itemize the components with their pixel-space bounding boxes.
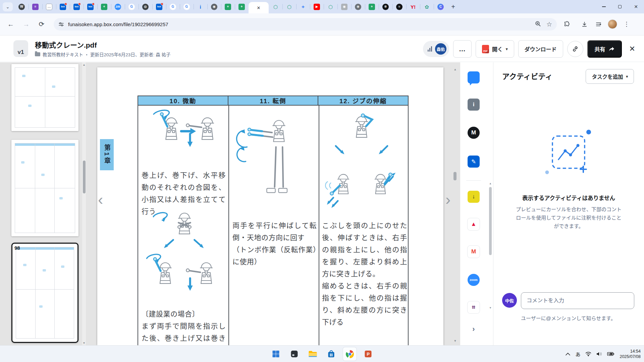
taskbar-powerpoint-icon[interactable]: P [362, 347, 375, 361]
taskbar-clock[interactable]: 14:54 2025/07/08 [620, 349, 641, 359]
pinned-tab[interactable]: ✿ [420, 0, 434, 13]
owner-avatar[interactable]: 森佑 [435, 43, 446, 55]
pinned-tab[interactable]: W [15, 0, 29, 13]
forward-button[interactable]: → [20, 18, 32, 30]
profile-avatar[interactable] [606, 18, 619, 30]
commenter-avatar[interactable]: 中佐 [502, 293, 517, 308]
pinned-tab[interactable]: ≡ [29, 0, 42, 13]
pinned-tab[interactable]: ✻ [379, 0, 392, 13]
previous-page-button[interactable]: ‹ [98, 190, 103, 208]
taskbar-microsoft-store-icon[interactable] [325, 347, 338, 361]
zoom-level-icon[interactable] [535, 21, 541, 28]
share-button[interactable]: 共有 [587, 40, 622, 58]
window-minimize-button[interactable] [596, 0, 612, 13]
pinned-tab[interactable]: i [194, 0, 207, 13]
site-info-icon[interactable] [58, 21, 64, 27]
pinned-tab[interactable]: box [152, 0, 166, 13]
url-text[interactable]: funaisoken.app.box.com/file/190229669925… [68, 21, 168, 27]
pinned-tab[interactable]: G [125, 0, 139, 13]
wifi-icon[interactable] [585, 352, 591, 356]
zoom-app-icon[interactable]: zoom [468, 274, 480, 286]
pinned-tab[interactable]: ✦ [296, 0, 310, 13]
gmail-app-icon[interactable]: M [468, 246, 480, 258]
shared-link-button[interactable] [567, 41, 583, 57]
scroll-up-icon[interactable]: ▲ [453, 67, 458, 72]
pinned-tab[interactable]: ◍ [139, 0, 152, 13]
window-close-button[interactable]: ✕ [628, 0, 644, 13]
back-button[interactable]: ← [5, 18, 17, 30]
info-app-icon[interactable]: i [468, 99, 480, 111]
pinned-tab[interactable]: box [84, 0, 97, 13]
box-sign-app-icon[interactable]: ✎ [468, 156, 480, 168]
new-tab-button[interactable]: + [447, 1, 459, 12]
collapse-rail-icon[interactable]: › [468, 323, 480, 335]
page-thumbnail[interactable] [11, 64, 78, 131]
file-stats-pill[interactable]: 森佑 [423, 41, 449, 57]
add-task-button[interactable]: タスクを追加 ▾ [586, 69, 634, 84]
browser-menu-icon[interactable]: ⋮ [621, 18, 633, 30]
pinned-tab[interactable]: G [166, 0, 180, 13]
scroll-down-icon[interactable]: ▼ [453, 339, 458, 343]
comment-input[interactable] [521, 292, 634, 309]
pinned-tab[interactable]: box [56, 0, 70, 13]
battery-icon[interactable] [607, 352, 614, 356]
ime-indicator[interactable]: あ [575, 351, 580, 358]
downloads-icon[interactable] [578, 18, 590, 30]
open-with-button[interactable]: PDF 開く ▾ [476, 40, 514, 58]
address-bar[interactable]: funaisoken.app.box.com/file/190229669925… [54, 18, 557, 31]
pinned-tab[interactable]: ◉ [207, 0, 221, 13]
scroll-up-icon[interactable]: ▲ [488, 181, 492, 185]
close-preview-button[interactable]: ✕ [629, 45, 635, 53]
tab-search-dropdown[interactable]: ⌄ [3, 2, 13, 11]
media-controls-icon[interactable] [592, 18, 604, 30]
download-button[interactable]: ダウンロード [518, 40, 563, 58]
close-tab-icon[interactable]: ✕ [257, 5, 261, 10]
window-maximize-button[interactable] [612, 0, 628, 13]
m-app-icon[interactable]: M [468, 127, 480, 139]
page-thumbnail[interactable] [11, 140, 78, 236]
pinned-tab[interactable]: zm [111, 0, 125, 13]
bookmark-star-icon[interactable]: ☆ [546, 20, 552, 28]
acrobat-app-icon[interactable]: ▲ [468, 218, 480, 230]
scrollbar-thumb[interactable] [83, 161, 86, 193]
next-page-button[interactable]: › [445, 190, 450, 208]
scroll-down-icon[interactable]: ▼ [488, 306, 492, 310]
pinned-tab[interactable]: Y! [406, 0, 420, 13]
slack-app-icon[interactable]: ⌗ [468, 301, 480, 313]
pinned-tab[interactable]: ≈ [392, 0, 406, 13]
tray-expand-icon[interactable] [566, 353, 570, 356]
pinned-tab[interactable]: + [235, 0, 249, 13]
pinned-tab[interactable]: ⬡ [269, 0, 282, 13]
pinned-tab[interactable]: ▶ [310, 0, 324, 13]
figure-inching-signal-2 [141, 207, 226, 306]
reload-button[interactable]: ⟳ [36, 18, 48, 30]
taskbar-chrome-icon[interactable] [343, 347, 357, 361]
taskbar-dark-app-icon[interactable] [288, 347, 301, 361]
pinned-tab[interactable]: + [365, 0, 379, 13]
page-thumbnail-selected[interactable]: 98 [11, 243, 78, 343]
version-badge[interactable]: v1 [13, 40, 28, 57]
scrollbar-thumb[interactable] [489, 187, 492, 255]
scroll-down-icon[interactable]: ▼ [82, 341, 86, 345]
pinned-tab[interactable]: box [70, 0, 84, 13]
comments-app-icon[interactable] [468, 71, 480, 83]
pinned-tab[interactable]: … [42, 0, 56, 13]
volume-icon[interactable] [596, 352, 602, 356]
active-tab[interactable]: ✕ [249, 2, 269, 13]
pinned-tab[interactable]: + [97, 0, 111, 13]
taskbar-file-explorer-icon[interactable] [306, 347, 320, 361]
scrollbar-thumb[interactable] [453, 172, 457, 180]
pinned-tab[interactable]: ◉ [337, 0, 351, 13]
more-options-button[interactable]: … [453, 40, 472, 58]
pinned-tab[interactable]: ⬡ [324, 0, 337, 13]
pinned-tab[interactable]: + [221, 0, 235, 13]
pinned-tab[interactable]: ⊕ [351, 0, 365, 13]
scroll-up-icon[interactable]: ▲ [82, 62, 86, 67]
thumbnail-scrollbar[interactable]: ▲ ▼ [82, 62, 86, 345]
pinned-tab[interactable]: G [180, 0, 194, 13]
pinned-tab[interactable]: ⬡ [282, 0, 296, 13]
extensions-icon[interactable] [561, 18, 573, 30]
download-app-icon[interactable]: ↓ [468, 191, 480, 203]
pinned-tab[interactable]: C [434, 0, 447, 13]
taskbar-start-icon[interactable] [269, 347, 283, 361]
